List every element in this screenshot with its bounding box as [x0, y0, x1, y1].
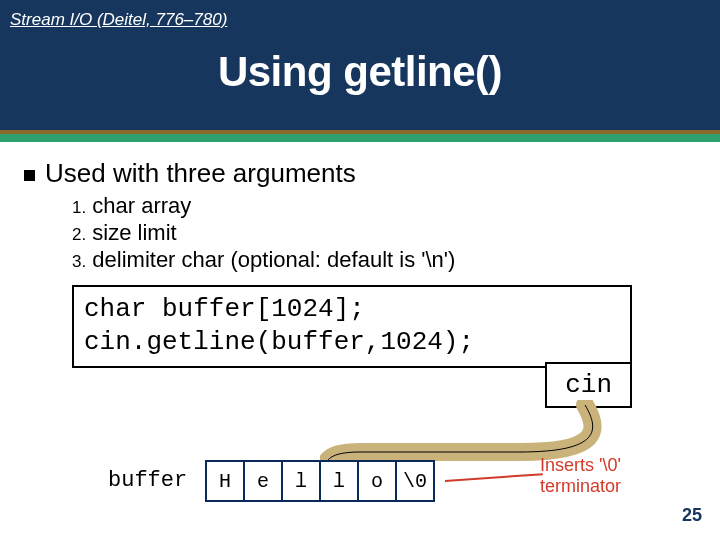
buffer-cell: l: [283, 462, 321, 500]
item-number: 1.: [72, 198, 86, 217]
bullet-text: Used with three arguments: [45, 158, 356, 188]
argument-list: 1. char array 2. size limit 3. delimiter…: [72, 193, 696, 273]
buffer-cell: l: [321, 462, 359, 500]
cin-box: cin: [545, 362, 632, 408]
accent-bar: [0, 130, 720, 142]
callout-line: Inserts '\0': [540, 455, 660, 476]
page-number: 25: [682, 505, 702, 526]
item-text: delimiter char (optional: default is '\n…: [92, 247, 455, 272]
callout-line: terminator: [540, 476, 660, 497]
item-text: size limit: [92, 220, 176, 245]
cin-row: cin: [0, 362, 720, 412]
buffer-cell: e: [245, 462, 283, 500]
code-line: char buffer[1024];: [84, 293, 620, 326]
bullet-square-icon: [24, 170, 35, 181]
list-item: 2. size limit: [72, 220, 696, 247]
buffer-label: buffer: [108, 468, 187, 493]
list-item: 1. char array: [72, 193, 696, 220]
buffer-cells: H e l l o \0: [205, 460, 435, 502]
item-number: 3.: [72, 252, 86, 271]
buffer-cell: \0: [397, 462, 435, 500]
slide-content: Used with three arguments 1. char array …: [24, 158, 696, 382]
list-item: 3. delimiter char (optional: default is …: [72, 247, 696, 274]
slide-header: Stream I/O (Deitel, 776–780) Using getli…: [0, 0, 720, 130]
buffer-cell: H: [207, 462, 245, 500]
code-line: cin.getline(buffer,1024);: [84, 326, 620, 359]
buffer-cell: o: [359, 462, 397, 500]
item-text: char array: [92, 193, 191, 218]
topic-text: Stream I/O (Deitel, 776–780): [10, 10, 227, 30]
main-bullet: Used with three arguments: [24, 158, 696, 189]
callout-text: Inserts '\0' terminator: [540, 455, 660, 496]
item-number: 2.: [72, 225, 86, 244]
code-example: char buffer[1024]; cin.getline(buffer,10…: [72, 285, 632, 368]
slide-title: Using getline(): [0, 48, 720, 96]
